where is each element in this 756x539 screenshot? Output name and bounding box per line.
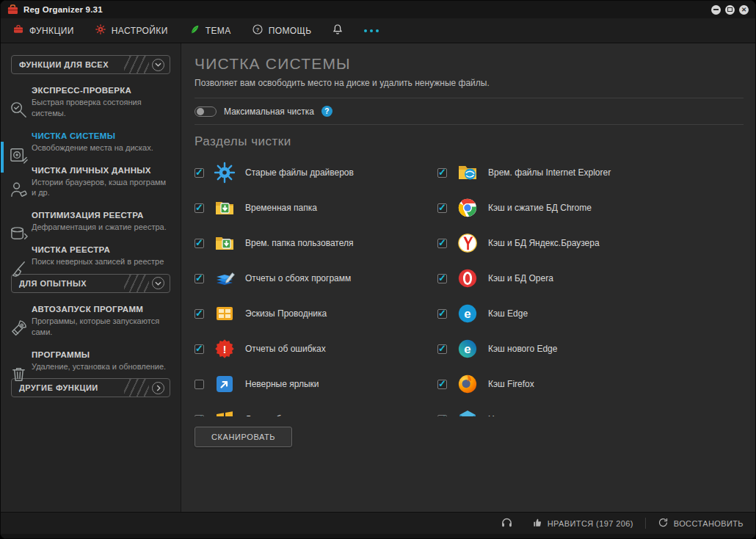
cleanup-item-chrome-cache[interactable]: Кэш и сжатие БД Chrome [437,190,680,225]
sidebar-group-other-functions[interactable]: ДРУГИЕ ФУНКЦИИ [11,378,170,397]
sidebar-item-system-cleanup[interactable]: ЧИСТКА СИСТЕМЫ Освобождение места на дис… [1,126,181,160]
checkbox[interactable] [195,203,204,213]
chevron-right-icon[interactable] [152,382,164,394]
stripes-decoration [124,56,149,73]
checkbox[interactable] [437,415,447,417]
restore-arrow-icon [658,517,669,529]
item-title: ЧИСТКА РЕЕСТРА [32,245,173,254]
section-title: Разделы чистки [195,134,744,149]
checkbox[interactable] [437,203,447,213]
max-clean-row: Максимальная чистка [195,98,744,124]
restore-button[interactable]: ВОССТАНОВИТЬ [658,517,744,529]
theme-leaf-icon [189,23,200,37]
sidebar-group-functions-for-all[interactable]: ФУНКЦИИ ДЛЯ ВСЕХ [11,55,170,74]
edge-icon: e [457,303,479,325]
checkbox[interactable] [195,380,204,389]
menu-help[interactable]: ? ПОМОЩЬ [252,23,312,37]
checkbox[interactable] [437,380,447,389]
toggle-label: Максимальная чистка [224,106,314,117]
checkbox[interactable] [195,344,204,354]
sidebar-item-express-check[interactable]: ЭКСПРЕСС-ПРОВЕРКА Быстрая проверка состо… [1,80,181,126]
cleanup-item-new-edge-cache[interactable]: e Кэш нового Edge [437,331,680,366]
menu-theme[interactable]: ТЕМА [189,23,231,37]
checkbox[interactable] [195,239,204,248]
maximize-button[interactable] [725,5,735,15]
menu-settings[interactable]: НАСТРОЙКИ [95,23,168,37]
checkbox[interactable] [195,309,204,319]
chevron-down-icon[interactable] [152,277,164,289]
sidebar-item-programs[interactable]: ПРОГРАММЫ Удаление, установка и обновлен… [1,344,181,379]
menu-more-button[interactable] [364,29,379,32]
checkbox[interactable] [437,168,447,178]
checkbox[interactable] [437,274,447,283]
item-title: ОПТИМИЗАЦИЯ РЕЕСТРА [32,211,173,220]
checkbox[interactable] [437,239,447,248]
cleanup-item-explorer-thumbnails[interactable]: Эскизы Проводника [195,296,437,331]
sidebar-item-autostart[interactable]: АВТОЗАПУСК ПРОГРАММ Программы, которые з… [1,299,181,344]
minimize-button[interactable] [711,5,721,15]
checkbox[interactable] [195,274,204,283]
svg-text:e: e [464,307,470,321]
checkbox[interactable] [195,168,204,178]
driver-gear-icon [214,162,236,184]
statusbar: НРАВИТСЯ (197 206) ВОССТАНОВИТЬ [1,512,755,534]
menu-functions-label: ФУНКЦИИ [29,26,74,36]
cleanup-item-label: Логи работы системы [245,414,334,416]
cleanup-item-firefox-cache[interactable]: Кэш Firefox [437,366,680,402]
cleanup-item-label: Старые файлы драйверов [245,167,354,178]
cleanup-item-crash-reports[interactable]: Отчеты о сбоях программ [195,261,437,296]
thumb-up-icon [532,518,542,529]
registry-cube-icon [457,408,479,416]
support-headphones-button[interactable] [501,516,513,530]
checkbox[interactable] [195,415,204,417]
cleanup-item-label: Неверные пути в реестре [488,414,593,416]
window-title: Reg Organizer 9.31 [23,5,103,14]
sidebar-item-registry-clean[interactable]: ЧИСТКА РЕЕСТРА Поиск неверных записей в … [1,239,181,274]
cleanup-item-ie-temp-files[interactable]: Врем. файлы Internet Explorer [437,155,680,190]
cleanup-item-label: Неверные ярлыки [245,379,319,389]
scan-button[interactable]: СКАНИРОВАТЬ [195,427,292,447]
chrome-icon [457,197,479,219]
page-title: ЧИСТКА СИСТЕМЫ [195,55,744,73]
titlebar: Reg Organizer 9.31 [1,1,755,18]
sidebar-group-advanced[interactable]: ДЛЯ ОПЫТНЫХ [11,274,170,293]
cleanup-item-system-logs[interactable]: Логи работы системы [195,402,437,416]
page-subtitle: Позволяет вам освободить место на диске … [195,78,744,88]
cleanup-item-error-reports[interactable]: ! Отчеты об ошибках [195,331,437,366]
cleanup-item-user-temp-folder[interactable]: Врем. папка пользователя [195,225,437,261]
stripes-decoration [124,379,149,397]
window-bottom-edge [1,534,755,538]
sidebar: ФУНКЦИИ ДЛЯ ВСЕХ ЭКСПРЕСС-ПРОВЕРКА Быстр… [1,43,181,512]
max-clean-toggle[interactable] [195,106,217,117]
menu-functions[interactable]: ФУНКЦИИ [12,23,74,37]
broom-icon [9,259,29,279]
cleanup-item-opera-cache[interactable]: Кэш и БД Opera [437,261,680,296]
cleanup-item-yandex-cache[interactable]: Кэш и БД Яндекс.Браузера [437,225,680,261]
item-desc: Освобождение места на дисках. [32,142,167,153]
chevron-down-icon[interactable] [152,59,164,71]
item-desc: Поиск неверных записей в реестре [32,256,167,267]
checkbox[interactable] [437,309,447,319]
cleanup-item-label: Кэш нового Edge [488,344,557,354]
cleanup-item-old-drivers[interactable]: Старые файлы драйверов [195,155,437,190]
item-desc: Дефрагментация и сжатие реестра. [32,222,167,233]
cleanup-item-edge-cache[interactable]: e Кэш Edge [437,296,680,331]
svg-text:!: ! [223,344,227,355]
cleanup-item-temp-folder[interactable]: Временная папка [195,190,437,225]
notifications-button[interactable] [332,23,344,37]
group-label: ДЛЯ ОПЫТНЫХ [19,279,87,288]
cleanup-item-label: Врем. файлы Internet Explorer [488,167,611,178]
question-icon[interactable] [321,106,332,117]
cleanup-item-label: Врем. папка пользователя [245,238,353,248]
ie-folder-icon [457,162,479,184]
menu-theme-label: ТЕМА [206,26,231,36]
checkbox[interactable] [437,344,447,354]
like-button[interactable]: НРАВИТСЯ (197 206) [532,518,633,529]
person-eraser-icon [9,180,29,200]
thumbnails-grid-icon [214,303,236,325]
cleanup-item-invalid-shortcuts[interactable]: Неверные ярлыки [195,366,437,402]
cleanup-item-invalid-registry-paths[interactable]: Неверные пути в реестре [437,402,680,416]
sidebar-item-private-data[interactable]: ЧИСТКА ЛИЧНЫХ ДАННЫХ Истории браузеров, … [1,160,181,206]
sidebar-item-registry-optimize[interactable]: ОПТИМИЗАЦИЯ РЕЕСТРА Дефрагментация и сжа… [1,205,181,239]
close-button[interactable] [739,5,749,15]
